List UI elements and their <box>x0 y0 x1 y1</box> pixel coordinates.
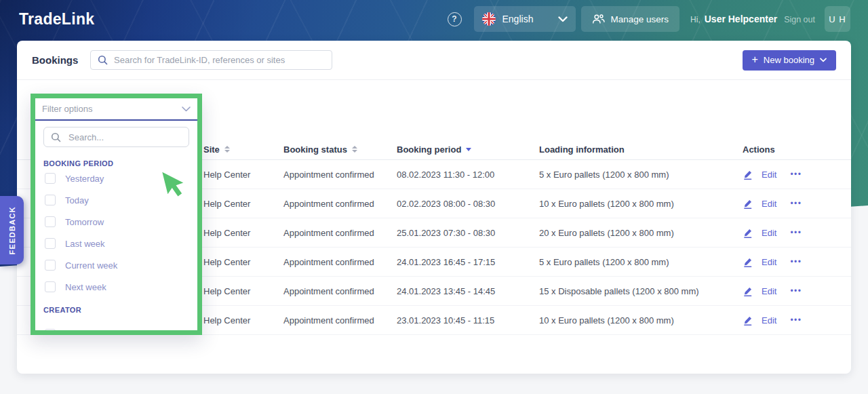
user-greeting: Hi, User Helpcenter Sign out <box>690 14 815 24</box>
feedback-tab[interactable]: FEEDBACK <box>0 196 24 264</box>
cell-booking-period: 25.01.2023 07:30 - 08:30 <box>397 228 539 238</box>
toolbar: Bookings + New booking <box>17 41 851 80</box>
filter-option[interactable]: Current week <box>43 254 189 276</box>
cell-loading-information: 5 x Euro pallets (1200 x 800 mm) <box>539 170 743 180</box>
column-label: Actions <box>743 144 775 155</box>
checkbox-icon[interactable] <box>45 216 56 227</box>
cell-booking-status: Appointment confirmed <box>283 170 397 180</box>
cell-booking-status: Appointment confirmed <box>283 315 397 326</box>
filter-option-label: Next week <box>65 282 106 292</box>
app-logo: TradeLink <box>19 10 94 28</box>
filter-option-label: Yesterday <box>65 174 104 184</box>
greeting-prefix: Hi, <box>690 15 701 24</box>
sort-icon[interactable] <box>352 146 357 153</box>
cell-loading-information: 10 x Euro pallets (1200 x 800 mm) <box>539 199 743 209</box>
feedback-tab-label: FEEDBACK <box>8 206 16 255</box>
edit-button[interactable]: Edit <box>762 199 776 209</box>
global-search <box>90 50 332 70</box>
filter-option[interactable]: Last week <box>43 233 189 254</box>
cell-site: Help Center <box>203 228 283 238</box>
filter-section-booking-period: BOOKING PERIOD <box>43 159 189 168</box>
chevron-down-icon <box>182 104 191 114</box>
app-window: TradeLink ? English <box>0 0 868 394</box>
filter-option-label: Last week <box>65 239 105 249</box>
edit-button[interactable]: Edit <box>762 315 776 326</box>
checkbox-icon[interactable] <box>45 173 56 184</box>
filter-option-label: Tomorrow <box>65 217 104 227</box>
edit-button[interactable]: Edit <box>762 228 776 238</box>
checkbox-icon[interactable] <box>45 195 56 205</box>
search-input[interactable] <box>114 55 325 65</box>
filter-search-input[interactable] <box>68 132 188 142</box>
cell-actions: Edit ••• <box>743 170 836 180</box>
cell-site: Help Center <box>203 257 283 267</box>
edit-pencil-icon[interactable] <box>743 257 753 267</box>
edit-pencil-icon[interactable] <box>743 199 753 209</box>
more-actions-button[interactable]: ••• <box>790 170 802 179</box>
column-label: Site <box>203 144 220 155</box>
page-title: Bookings <box>32 54 90 66</box>
uk-flag-icon <box>482 12 496 26</box>
more-actions-button[interactable]: ••• <box>790 286 802 296</box>
filter-option[interactable]: Next week <box>43 276 189 298</box>
cell-booking-status: Appointment confirmed <box>283 199 397 209</box>
language-selector[interactable]: English <box>474 6 576 32</box>
cell-actions: Edit ••• <box>743 286 836 296</box>
edit-button[interactable]: Edit <box>762 170 776 180</box>
checkbox-icon[interactable] <box>45 260 56 271</box>
cell-loading-information: 10 x Euro pallets (1200 x 800 mm) <box>539 315 743 326</box>
edit-pencil-icon[interactable] <box>743 286 753 296</box>
new-booking-button[interactable]: + New booking <box>743 50 837 71</box>
cell-site: Help Center <box>203 315 283 326</box>
column-header-booking-period[interactable]: Booking period <box>397 144 539 155</box>
sort-icon[interactable] <box>224 146 230 153</box>
cell-booking-period: 23.01.2023 10:45 - 11:15 <box>397 315 539 326</box>
edit-pencil-icon[interactable] <box>743 315 753 326</box>
language-label: English <box>502 14 534 24</box>
edit-button[interactable]: Edit <box>762 257 776 267</box>
cell-actions: Edit ••• <box>743 228 836 238</box>
chevron-down-icon <box>820 58 827 62</box>
app-header: TradeLink ? English <box>0 0 868 38</box>
edit-pencil-icon[interactable] <box>743 170 753 180</box>
filter-options-select[interactable]: Filter options <box>35 98 197 121</box>
column-label: Booking status <box>283 144 347 155</box>
annotation-highlight-box: Filter options BOOKING PERIOD Yesterday <box>31 94 202 335</box>
manage-users-button[interactable]: Manage users <box>581 6 680 32</box>
checkbox-icon[interactable] <box>45 238 56 249</box>
sign-out-link[interactable]: Sign out <box>784 15 815 24</box>
more-actions-button[interactable]: ••• <box>790 228 802 237</box>
help-icon[interactable]: ? <box>448 12 462 26</box>
edit-pencil-icon[interactable] <box>743 228 753 238</box>
help-glyph: ? <box>452 14 456 24</box>
column-label: Booking period <box>397 144 461 155</box>
search-icon <box>51 132 61 142</box>
cell-booking-period: 02.02.2023 08:00 - 08:30 <box>397 199 539 209</box>
checkbox-icon[interactable] <box>45 329 56 335</box>
filter-option-label: Today <box>65 195 89 205</box>
column-header-booking-status[interactable]: Booking status <box>283 144 397 155</box>
cell-actions: Edit ••• <box>743 315 836 326</box>
cell-site: Help Center <box>203 170 283 180</box>
more-actions-button[interactable]: ••• <box>790 315 802 325</box>
filter-section-creator: CREATOR <box>43 306 189 314</box>
sort-desc-icon[interactable] <box>466 148 471 151</box>
avatar-initials: U H <box>829 14 846 24</box>
more-actions-button[interactable]: ••• <box>790 257 802 267</box>
filter-option[interactable]: Tomorrow <box>43 211 189 233</box>
filter-option-partial[interactable] <box>43 323 189 335</box>
cell-loading-information: 20 x Euro pallets (1200 x 800 mm) <box>539 228 743 238</box>
edit-button[interactable]: Edit <box>762 286 776 296</box>
cell-actions: Edit ••• <box>743 257 836 267</box>
checkbox-icon[interactable] <box>45 281 56 292</box>
filter-dropdown-panel: BOOKING PERIOD Yesterday Today Tomorrow … <box>35 121 197 335</box>
more-actions-button[interactable]: ••• <box>790 199 802 208</box>
cell-booking-status: Appointment confirmed <box>283 228 397 238</box>
filter-search <box>43 127 189 147</box>
filter-option-label: Current week <box>65 260 117 271</box>
column-header-actions: Actions <box>743 144 836 155</box>
column-header-site[interactable]: Site <box>203 144 283 155</box>
cell-site: Help Center <box>203 199 283 209</box>
manage-users-label: Manage users <box>611 14 669 24</box>
avatar[interactable]: U H <box>825 6 850 32</box>
